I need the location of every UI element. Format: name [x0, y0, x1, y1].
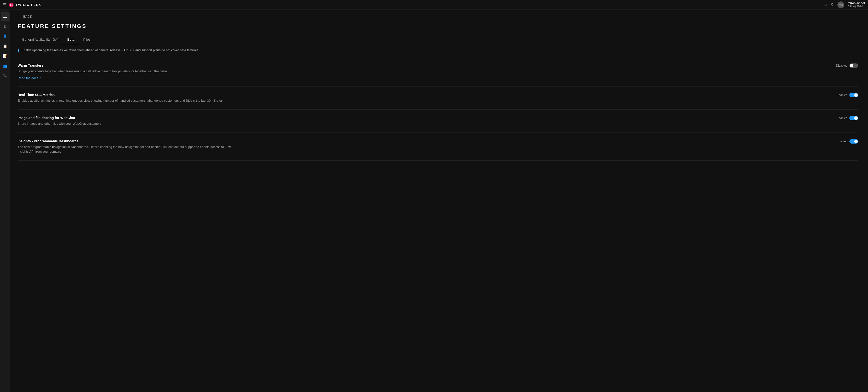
twilio-logo: [9, 2, 14, 7]
file-sharing-track: [849, 116, 858, 120]
warm-transfers-link[interactable]: Read the docs ↗: [18, 76, 858, 80]
dashboard-icon: ▬: [3, 15, 7, 19]
sidebar-item-layers[interactable]: ⧉: [1, 22, 9, 31]
sidebar-item-phone[interactable]: 📞: [1, 71, 9, 80]
avatar[interactable]: MB: [837, 1, 844, 8]
warm-transfers-thumb: [850, 64, 853, 67]
insights-thumb: [854, 140, 858, 143]
file-sharing-toggle-wrapper: Enabled: [837, 116, 858, 120]
sidebar-item-reports[interactable]: 📋: [1, 41, 9, 51]
svg-point-0: [9, 2, 14, 7]
warm-transfers-link-label: Read the docs: [18, 76, 38, 80]
sidebar-item-dashboard[interactable]: ▬: [1, 12, 9, 21]
feature-header-insights: Insights - Programmable Dashboards Enabl…: [18, 139, 858, 143]
svg-point-3: [10, 5, 11, 6]
feature-header-sla: Real-Time SLA Metrics Enabled: [18, 93, 858, 97]
tab-ga[interactable]: General Availability (GA): [18, 35, 63, 44]
tab-pilot[interactable]: Pilot: [79, 35, 94, 44]
feature-list: Warm Transfers Disabled Bridge your agen…: [18, 57, 858, 161]
insights-toggle-label: Enabled: [837, 140, 847, 143]
realtime-sla-toggle-wrapper: Enabled: [837, 93, 858, 97]
phone-icon: 📞: [3, 74, 7, 77]
feature-header: Warm Transfers Disabled: [18, 63, 858, 67]
insights-toggle-wrapper: Enabled: [837, 139, 858, 144]
back-label: BACK: [23, 15, 32, 18]
warm-transfers-toggle-label: Disabled: [836, 64, 847, 67]
warm-transfers-desc: Bridge your agents together when transfe…: [18, 69, 238, 74]
warm-transfers-track: [849, 63, 858, 68]
svg-point-4: [11, 5, 12, 6]
file-sharing-thumb: [854, 116, 858, 120]
file-sharing-title: Image and file sharing for WebChat: [18, 116, 75, 120]
feature-item-realtime-sla: Real-Time SLA Metrics Enabled Enables ad…: [18, 86, 858, 110]
page-title: FEATURE SETTINGS: [18, 23, 858, 29]
feature-item-insights: Insights - Programmable Dashboards Enabl…: [18, 133, 858, 161]
file-sharing-desc: Share images and other files with your W…: [18, 121, 238, 126]
grid-icon[interactable]: ⊞: [824, 3, 827, 7]
back-nav[interactable]: ← BACK: [18, 15, 858, 19]
brand-name: TWILIO FLEX: [16, 3, 41, 7]
svg-point-1: [10, 3, 11, 4]
top-bar-left: ☰ TWILIO FLEX: [3, 2, 41, 7]
warm-transfers-toggle[interactable]: [849, 63, 858, 68]
tab-beta[interactable]: Beta: [63, 35, 79, 44]
sidebar-item-agent[interactable]: 👤: [1, 32, 9, 41]
mic-icon[interactable]: 🎙: [830, 3, 834, 7]
feature-item-warm-transfers: Warm Transfers Disabled Bridge your agen…: [18, 57, 858, 86]
realtime-sla-thumb: [854, 93, 858, 97]
tabs: General Availability (GA) Beta Pilot: [18, 35, 858, 44]
feature-header-filesharing: Image and file sharing for WebChat Enabl…: [18, 116, 858, 120]
top-bar: ☰ TWILIO FLEX ⊞ 🎙 MB miroslav bot Offlin…: [0, 0, 868, 10]
top-bar-right: ⊞ 🎙 MB miroslav bot Offline | 57d 4h: [824, 1, 865, 8]
feature-item-file-sharing: Image and file sharing for WebChat Enabl…: [18, 110, 858, 133]
sidebar-item-contacts[interactable]: 👥: [1, 61, 9, 70]
warm-transfers-title: Warm Transfers: [18, 63, 43, 67]
user-name: miroslav bot: [848, 1, 865, 5]
warm-transfers-toggle-wrapper: Disabled: [836, 63, 858, 68]
insights-toggle[interactable]: [849, 139, 858, 144]
layers-icon: ⧉: [4, 25, 6, 29]
file-sharing-toggle-label: Enabled: [837, 116, 847, 120]
info-text: Enable upcoming features as we refine th…: [22, 48, 199, 52]
insights-track: [849, 139, 858, 144]
sidebar: ▬ ⧉ 👤 📋 📝 👥 📞: [0, 10, 10, 392]
file-sharing-toggle[interactable]: [849, 116, 858, 120]
sidebar-item-tasks[interactable]: 📝: [1, 52, 9, 60]
user-info: miroslav bot Offline | 57d 4h: [848, 1, 865, 8]
main-content: ← BACK FEATURE SETTINGS General Availabi…: [10, 10, 868, 392]
user-status: Offline | 57d 4h: [848, 5, 864, 8]
realtime-sla-toggle[interactable]: [849, 93, 858, 97]
info-banner: ℹ Enable upcoming features as we refine …: [18, 44, 858, 57]
realtime-sla-title: Real-Time SLA Metrics: [18, 93, 55, 97]
svg-point-2: [11, 3, 12, 4]
realtime-sla-track: [849, 93, 858, 97]
hamburger-icon[interactable]: ☰: [3, 2, 6, 7]
insights-desc: The new programmable navigation in Dashb…: [18, 144, 238, 154]
realtime-sla-toggle-label: Enabled: [837, 93, 847, 97]
contacts-icon: 👥: [3, 64, 7, 67]
back-arrow-icon: ←: [18, 15, 21, 19]
reports-icon: 📋: [3, 44, 7, 48]
tasks-icon: 📝: [3, 54, 7, 58]
info-icon: ℹ: [18, 49, 19, 53]
realtime-sla-desc: Enables additional metrics in real-time …: [18, 98, 238, 103]
agent-icon: 👤: [3, 34, 7, 38]
external-link-icon: ↗: [39, 77, 41, 80]
insights-title: Insights - Programmable Dashboards: [18, 139, 79, 143]
brand: TWILIO FLEX: [9, 2, 41, 7]
